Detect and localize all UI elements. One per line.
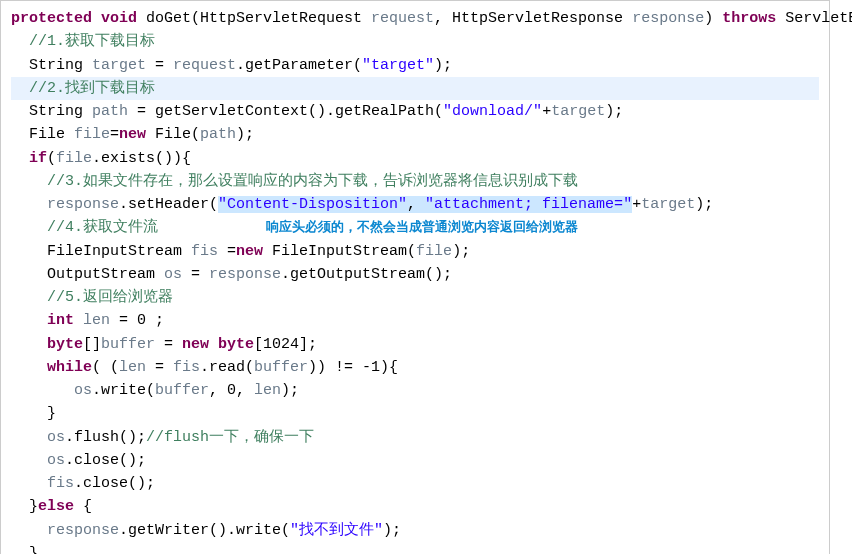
keyword: new: [119, 126, 146, 143]
code-line: byte[]buffer = new byte[1024];: [11, 333, 819, 356]
code-line: //1.获取下载目标: [11, 30, 819, 53]
code-line: response.getWriter().write("找不到文件");: [11, 519, 819, 542]
code-line: OutputStream os = response.getOutputStre…: [11, 263, 819, 286]
keyword: throws: [722, 10, 776, 27]
code-line: int len = 0 ;: [11, 309, 819, 332]
code-line: //5.返回给浏览器: [11, 286, 819, 309]
code-line: }: [11, 402, 819, 425]
code-line: //4.获取文件流 响应头必须的，不然会当成普通浏览内容返回给浏览器: [11, 216, 819, 239]
comment: //2.找到下载目标: [29, 80, 155, 97]
code-line: String target = request.getParameter("ta…: [11, 54, 819, 77]
code-line: protected void doGet(HttpServletRequest …: [11, 7, 819, 30]
code-line: }else {: [11, 495, 819, 518]
keyword: protected void: [11, 10, 137, 27]
keyword: while: [47, 359, 92, 376]
comment: //5.返回给浏览器: [47, 289, 173, 306]
string: "target": [362, 57, 434, 74]
comment: //3.如果文件存在，那么设置响应的内容为下载，告诉浏览器将信息识别成下载: [47, 173, 578, 190]
code-line: os.flush();//flush一下，确保一下: [11, 426, 819, 449]
code-line: //3.如果文件存在，那么设置响应的内容为下载，告诉浏览器将信息识别成下载: [11, 170, 819, 193]
highlighted-line: //2.找到下载目标: [11, 77, 819, 100]
keyword: if: [29, 150, 47, 167]
code-line: os.close();: [11, 449, 819, 472]
code-line: FileInputStream fis =new FileInputStream…: [11, 240, 819, 263]
annotation-text: 响应头必须的，不然会当成普通浏览内容返回给浏览器: [266, 219, 578, 234]
highlighted-string: "Content-Disposition": [218, 196, 407, 213]
keyword: else: [38, 498, 74, 515]
string: "download/": [443, 103, 542, 120]
keyword: int: [47, 312, 74, 329]
comment: //4.获取文件流: [47, 219, 158, 236]
keyword: byte: [47, 336, 83, 353]
string: "找不到文件": [290, 522, 383, 539]
code-line: }: [11, 542, 819, 554]
code-line: fis.close();: [11, 472, 819, 495]
code-line: if(file.exists()){: [11, 147, 819, 170]
comment: //flush一下，确保一下: [146, 429, 314, 446]
code-snippet: protected void doGet(HttpServletRequest …: [0, 0, 830, 554]
keyword: new: [236, 243, 263, 260]
keyword: new byte: [182, 336, 254, 353]
code-line: String path = getServletContext().getRea…: [11, 100, 819, 123]
code-line: os.write(buffer, 0, len);: [11, 379, 819, 402]
code-line: File file=new File(path);: [11, 123, 819, 146]
code-line: while( (len = fis.read(buffer)) != -1){: [11, 356, 819, 379]
code-line: response.setHeader("Content-Disposition"…: [11, 193, 819, 216]
comment: //1.获取下载目标: [29, 33, 155, 50]
highlighted-string: "attachment; filename=": [425, 196, 632, 213]
